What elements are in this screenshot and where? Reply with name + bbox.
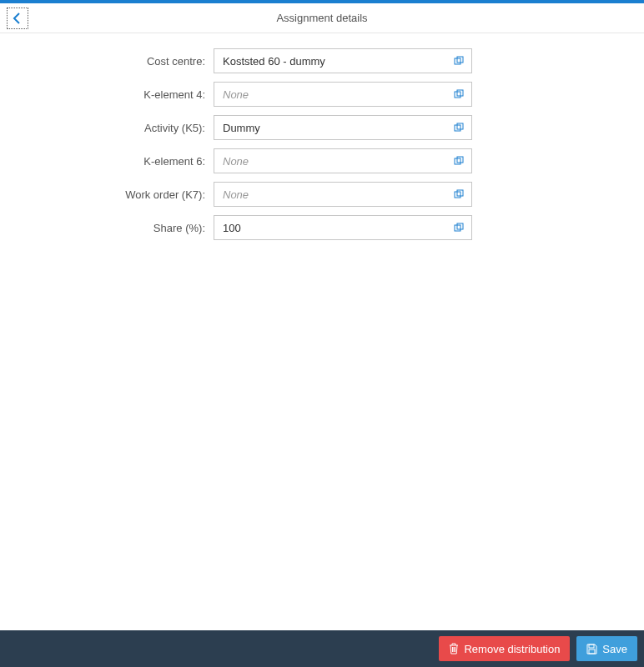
row-activity-k5: Activity (K5): [0,115,644,140]
input-cost-centre[interactable] [214,49,446,73]
input-activity-k5[interactable] [214,116,446,139]
lookup-share[interactable] [446,216,471,239]
header-bar: Assignment details [0,3,644,33]
label-activity-k5: Activity (K5): [0,122,214,134]
svg-rect-15 [589,644,594,648]
lookup-k-element-6[interactable] [446,149,471,173]
row-k-element-4: K-element 4: [0,82,644,107]
lookup-cost-centre[interactable] [446,49,471,73]
remove-distribution-button[interactable]: Remove distribution [439,636,570,661]
field-k-element-4[interactable] [214,82,472,107]
remove-distribution-label: Remove distribution [464,643,560,655]
chevron-left-icon [13,13,23,24]
popup-icon [454,56,464,66]
page-title: Assignment details [0,12,644,24]
label-cost-centre: Cost centre: [0,55,214,68]
field-share[interactable] [214,215,472,240]
field-activity-k5[interactable] [214,115,472,140]
label-share: Share (%): [0,222,214,234]
row-k-element-6: K-element 6: [0,148,644,173]
svg-rect-16 [589,649,595,654]
popup-icon [454,223,464,233]
input-share[interactable] [214,216,446,239]
input-k-element-4[interactable] [214,83,446,106]
save-icon [586,644,597,654]
field-cost-centre[interactable] [214,48,472,73]
save-button[interactable]: Save [576,636,637,661]
footer-bar: Remove distribution Save [0,630,644,667]
row-cost-centre: Cost centre: [0,48,644,73]
label-work-order-k7: Work order (K7): [0,188,214,201]
page-root: Assignment details Cost centre: K-elemen… [0,0,644,667]
input-k-element-6[interactable] [214,149,446,173]
field-k-element-6[interactable] [214,148,472,173]
lookup-k-element-4[interactable] [446,83,471,106]
lookup-work-order-k7[interactable] [446,183,471,206]
label-k-element-6: K-element 6: [0,155,214,168]
row-work-order-k7: Work order (K7): [0,182,644,207]
popup-icon [454,189,464,199]
popup-icon [454,156,464,166]
popup-icon [454,123,464,133]
label-k-element-4: K-element 4: [0,88,214,101]
save-label: Save [602,643,627,655]
back-button[interactable] [7,8,28,29]
row-share: Share (%): [0,215,644,240]
field-work-order-k7[interactable] [214,182,472,207]
form-area: Cost centre: K-element 4: Activity (K5): [0,33,644,630]
input-work-order-k7[interactable] [214,183,446,206]
popup-icon [454,89,464,99]
lookup-activity-k5[interactable] [446,116,471,139]
trash-icon [449,643,459,654]
